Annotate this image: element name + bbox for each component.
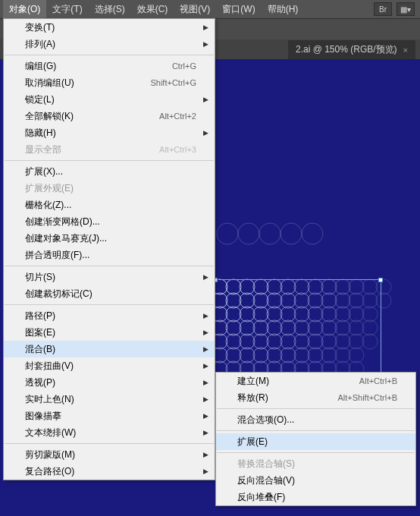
menu-item-shortcut: Alt+Ctrl+3 <box>159 145 196 154</box>
menu-item[interactable]: 反向堆叠(F) <box>216 489 415 505</box>
menu-item-label: 扩展外观(E) <box>25 182 196 195</box>
menu-window[interactable]: 窗口(W) <box>216 0 261 19</box>
menu-item-shortcut: Alt+Shift+Ctrl+B <box>337 393 397 402</box>
menu-item-label: 文本绕排(W) <box>25 426 196 439</box>
menu-item[interactable]: 切片(S)▶ <box>4 269 215 285</box>
menu-item: 替换混合轴(S) <box>216 455 415 472</box>
menu-item-label: 封套扭曲(V) <box>25 360 196 373</box>
menu-item-label: 图案(E) <box>25 326 196 339</box>
menu-item-label: 透视(P) <box>25 376 196 389</box>
menu-item[interactable]: 全部解锁(K)Alt+Ctrl+2 <box>4 108 215 124</box>
menu-item[interactable]: 释放(R)Alt+Shift+Ctrl+B <box>216 389 415 406</box>
menu-item[interactable]: 剪切蒙版(M)▶ <box>4 446 215 463</box>
menu-item[interactable]: 图像描摹▶ <box>4 407 215 424</box>
submenu-arrow-icon: ▶ <box>203 312 208 319</box>
menu-item[interactable]: 实时上色(N)▶ <box>4 391 215 407</box>
menu-separator <box>5 55 214 55</box>
menu-item[interactable]: 反向混合轴(V) <box>216 472 415 489</box>
menu-item[interactable]: 封套扭曲(V)▶ <box>4 357 215 374</box>
menu-separator <box>5 160 214 161</box>
submenu-arrow-icon: ▶ <box>203 451 208 458</box>
submenu-arrow-icon: ▶ <box>203 412 208 420</box>
menu-item-label: 实时上色(N) <box>25 393 196 406</box>
menu-separator <box>217 452 415 453</box>
menubar: 对象(O) 文字(T) 选择(S) 效果(C) 视图(V) 窗口(W) 帮助(H… <box>0 0 420 18</box>
menu-item[interactable]: 透视(P)▶ <box>4 374 215 391</box>
menu-item[interactable]: 编组(G)Ctrl+G <box>4 58 215 74</box>
menu-item-label: 显示全部 <box>25 143 136 156</box>
menu-item[interactable]: 创建对象马赛克(J)... <box>4 230 215 247</box>
svg-point-125 <box>302 223 323 244</box>
menu-item[interactable]: 拼合透明度(F)... <box>4 247 215 263</box>
menu-item[interactable]: 建立(M)Alt+Ctrl+B <box>216 373 415 389</box>
menu-item: 扩展外观(E) <box>4 180 215 197</box>
menu-item-label: 取消编组(U) <box>25 77 127 90</box>
menu-item-label: 剪切蒙版(M) <box>25 448 196 461</box>
menu-item-label: 隐藏(H) <box>25 127 196 140</box>
menu-item[interactable]: 变换(T)▶ <box>4 19 215 36</box>
menu-item-label: 替换混合轴(S) <box>237 458 397 470</box>
menu-item-label: 扩展(E) <box>237 436 397 448</box>
submenu-arrow-icon: ▶ <box>203 395 208 403</box>
menu-item-label: 反向混合轴(V) <box>237 474 397 487</box>
menu-item-label: 建立(M) <box>237 375 337 388</box>
menu-object[interactable]: 对象(O) <box>3 0 46 19</box>
submenu-arrow-icon: ▶ <box>203 467 208 475</box>
menu-view[interactable]: 视图(V) <box>174 0 216 19</box>
menu-item[interactable]: 扩展(E) <box>216 433 415 450</box>
submenu-arrow-icon: ▶ <box>203 40 208 48</box>
menu-item[interactable]: 创建渐变网格(D)... <box>4 213 215 230</box>
submenu-arrow-icon: ▶ <box>203 429 208 436</box>
menu-help[interactable]: 帮助(H) <box>262 0 305 19</box>
bridge-icon[interactable]: Br <box>374 2 392 16</box>
tab-title: 2.ai @ 150% (RGB/预览) <box>296 43 397 56</box>
menu-item[interactable]: 排列(A)▶ <box>4 36 215 52</box>
submenu-arrow-icon: ▶ <box>203 24 208 31</box>
menu-item-label: 混合选项(O)... <box>237 414 397 426</box>
handle-ne[interactable] <box>378 278 383 282</box>
menu-item-label: 创建裁切标记(C) <box>25 288 196 300</box>
menu-item[interactable]: 锁定(L)▶ <box>4 91 215 108</box>
submenu-arrow-icon: ▶ <box>203 329 208 336</box>
menu-item-label: 扩展(X)... <box>25 165 196 178</box>
menu-item-label: 切片(S) <box>25 271 196 284</box>
menu-item-shortcut: Ctrl+G <box>172 61 196 71</box>
menu-item-shortcut: Alt+Ctrl+B <box>359 376 397 385</box>
menu-item-label: 栅格化(Z)... <box>25 199 196 212</box>
menu-item-label: 全部解锁(K) <box>25 110 136 123</box>
submenu-arrow-icon: ▶ <box>203 379 208 386</box>
menu-item[interactable]: 隐藏(H)▶ <box>4 124 215 141</box>
object-menu: 变换(T)▶排列(A)▶编组(G)Ctrl+G取消编组(U)Shift+Ctrl… <box>3 18 215 480</box>
menu-item[interactable]: 复合路径(O)▶ <box>4 463 215 480</box>
menu-item-label: 释放(R) <box>237 392 315 404</box>
menu-select[interactable]: 选择(S) <box>89 0 131 19</box>
menu-separator <box>5 443 214 444</box>
menu-item-label: 编组(G) <box>25 60 149 73</box>
svg-point-122 <box>238 223 259 244</box>
submenu-arrow-icon: ▶ <box>203 345 208 353</box>
menu-item: 显示全部Alt+Ctrl+3 <box>4 141 215 158</box>
menu-item-label: 复合路径(O) <box>25 465 196 478</box>
menu-item[interactable]: 扩展(X)... <box>4 163 215 180</box>
menu-item[interactable]: 图案(E)▶ <box>4 324 215 341</box>
menu-item[interactable]: 混合选项(O)... <box>216 411 415 428</box>
menu-item[interactable]: 栅格化(Z)... <box>4 197 215 213</box>
menu-item-label: 创建渐变网格(D)... <box>25 216 196 228</box>
menu-item[interactable]: 取消编组(U)Shift+Ctrl+G <box>4 74 215 91</box>
submenu-arrow-icon: ▶ <box>203 362 208 370</box>
document-tab[interactable]: 2.ai @ 150% (RGB/预览) × <box>288 40 415 59</box>
menu-item-label: 混合(B) <box>25 343 196 356</box>
menu-item[interactable]: 文本绕排(W)▶ <box>4 424 215 441</box>
menu-item-label: 路径(P) <box>25 310 196 322</box>
menu-item[interactable]: 路径(P)▶ <box>4 307 215 324</box>
close-icon[interactable]: × <box>403 46 408 55</box>
menu-item[interactable]: 创建裁切标记(C) <box>4 285 215 302</box>
menu-item-label: 图像描摹 <box>25 410 196 423</box>
menu-item[interactable]: 混合(B)▶ <box>4 341 215 357</box>
menu-type[interactable]: 文字(T) <box>46 0 88 19</box>
menu-separator <box>217 430 415 431</box>
submenu-arrow-icon: ▶ <box>203 273 208 281</box>
menu-effect[interactable]: 效果(C) <box>131 0 174 19</box>
menu-item-label: 拼合透明度(F)... <box>25 249 196 262</box>
layout-icon[interactable]: ▦▾ <box>396 2 415 16</box>
